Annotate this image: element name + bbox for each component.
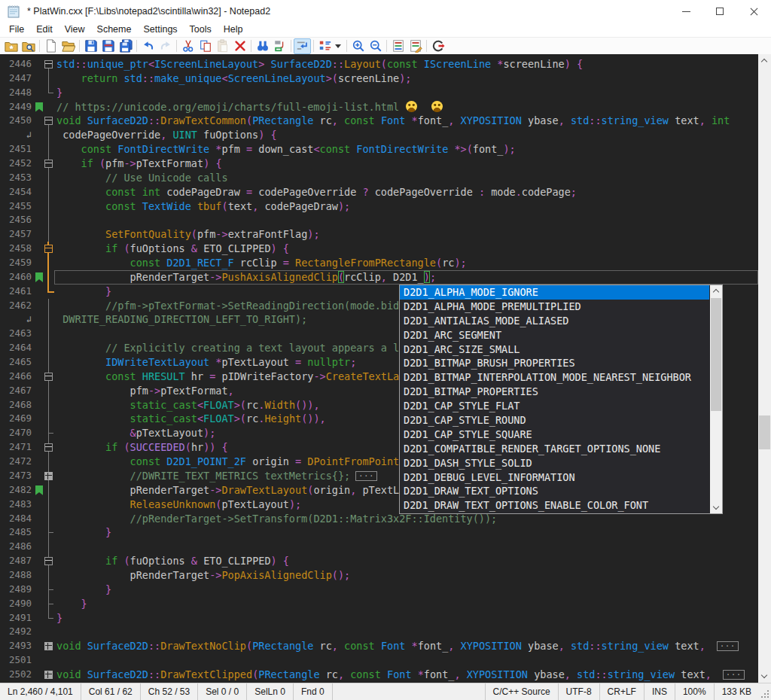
code-text[interactable]: pRenderTarget->PopAxisAlignedClip(); bbox=[54, 568, 758, 583]
autocomplete-item[interactable]: D2D1_ARC_SIZE_SMALL bbox=[400, 342, 709, 357]
code-text[interactable]: const TextWide tbuf(text, codePageDraw); bbox=[54, 199, 758, 214]
status-line-ending[interactable]: CR+LF bbox=[599, 683, 644, 700]
word-wrap-button[interactable] bbox=[294, 38, 311, 54]
save-button[interactable] bbox=[82, 38, 99, 54]
code-text[interactable]: // https://unicode.org/emoji/charts/full… bbox=[54, 100, 758, 114]
scroll-up-arrow-icon[interactable] bbox=[713, 289, 719, 295]
code-text[interactable]: return std::make_unique<ScreenLineLayout… bbox=[54, 72, 758, 86]
code-text[interactable]: } bbox=[54, 86, 758, 100]
code-text[interactable]: codePageOverride, UINT fuOptions) { bbox=[54, 128, 758, 142]
fold-toggle[interactable] bbox=[44, 242, 54, 256]
open-file-button[interactable] bbox=[59, 38, 77, 54]
bookmark-margin[interactable] bbox=[35, 568, 44, 583]
code-text[interactable]: // Use Unicode calls bbox=[54, 171, 758, 185]
bookmark-margin[interactable] bbox=[35, 540, 44, 554]
paste-button[interactable] bbox=[214, 38, 231, 54]
bookmark-margin[interactable] bbox=[35, 299, 44, 313]
find-button[interactable] bbox=[254, 38, 271, 54]
autocomplete-item[interactable]: D2D1_DASH_STYLE_SOLID bbox=[400, 456, 709, 470]
exit-button[interactable] bbox=[429, 38, 446, 54]
scrollbar-thumb[interactable] bbox=[711, 298, 721, 411]
code-text[interactable]: } bbox=[54, 611, 758, 625]
bookmark-margin[interactable] bbox=[35, 498, 44, 512]
fold-toggle[interactable] bbox=[44, 554, 54, 568]
menu-file[interactable]: File bbox=[3, 23, 30, 37]
code-text[interactable]: } bbox=[54, 583, 758, 597]
menu-view[interactable]: View bbox=[59, 23, 91, 37]
autocomplete-item[interactable]: D2D1_CAP_STYLE_ROUND bbox=[400, 413, 709, 428]
status-selection-lines[interactable]: SelLn 0 bbox=[247, 683, 294, 700]
bookmark-icon[interactable] bbox=[35, 100, 44, 114]
resize-grip[interactable] bbox=[759, 683, 771, 700]
copy-button[interactable] bbox=[197, 38, 214, 54]
bookmark-margin[interactable] bbox=[35, 128, 44, 142]
browse-favorites-button[interactable] bbox=[20, 38, 37, 54]
new-file-button[interactable] bbox=[42, 38, 59, 54]
bookmark-margin[interactable] bbox=[35, 583, 44, 597]
menu-tools[interactable]: Tools bbox=[184, 23, 218, 37]
scroll-down-arrow-icon[interactable] bbox=[713, 504, 719, 510]
code-text[interactable]: const int codePageDraw = codePageOverrid… bbox=[54, 185, 758, 199]
bookmark-margin[interactable] bbox=[35, 469, 44, 483]
fold-toggle[interactable] bbox=[44, 668, 54, 682]
code-text[interactable]: if (fuOptions & ETO_CLIPPED) { bbox=[54, 554, 758, 568]
bookmark-margin[interactable] bbox=[35, 639, 44, 653]
status-file-size[interactable]: 133 KB bbox=[714, 683, 759, 700]
bookmark-margin[interactable] bbox=[35, 426, 44, 440]
bookmark-margin[interactable] bbox=[35, 625, 44, 639]
scroll-down-arrow-icon[interactable] bbox=[761, 672, 767, 678]
bookmark-margin[interactable] bbox=[35, 157, 44, 171]
fold-toggle[interactable] bbox=[44, 440, 54, 455]
autocomplete-item[interactable]: D2D1_ALPHA_MODE_PREMULTIPLIED bbox=[400, 300, 709, 314]
zoom-in-button[interactable] bbox=[349, 38, 367, 54]
bookmark-margin[interactable] bbox=[35, 312, 44, 327]
status-line[interactable]: Ln 2,460 / 4,101 bbox=[0, 683, 81, 700]
code-text[interactable]: if (fuOptions & ETO_CLIPPED) { bbox=[54, 242, 758, 256]
bookmark-margin[interactable] bbox=[35, 86, 44, 100]
notepad2-icon[interactable] bbox=[6, 4, 21, 19]
autocomplete-item[interactable]: D2D1_DRAW_TEXT_OPTIONS_ENABLE_COLOR_FONT bbox=[400, 498, 709, 513]
bookmark-margin[interactable] bbox=[35, 597, 44, 611]
customize-scheme-button[interactable] bbox=[407, 38, 424, 54]
minimize-button[interactable] bbox=[669, 0, 703, 23]
save-copy-button[interactable] bbox=[117, 38, 134, 54]
autocomplete-item[interactable]: D2D1_ARC_SEGMENT bbox=[400, 328, 709, 342]
bookmark-margin[interactable] bbox=[35, 440, 44, 455]
status-column[interactable]: Col 61 / 62 bbox=[81, 683, 141, 700]
fold-toggle[interactable] bbox=[44, 370, 54, 384]
bookmark-margin[interactable] bbox=[35, 227, 44, 242]
undo-button[interactable] bbox=[139, 38, 157, 54]
bookmark-margin[interactable] bbox=[35, 554, 44, 568]
replace-button[interactable] bbox=[271, 38, 288, 54]
status-find-count[interactable]: Fnd 0 bbox=[294, 683, 333, 700]
status-syntax-scheme[interactable]: C/C++ Source bbox=[485, 683, 558, 700]
bookmark-margin[interactable] bbox=[35, 185, 44, 199]
cut-button[interactable] bbox=[179, 38, 197, 54]
autocomplete-item[interactable]: D2D1_ALPHA_MODE_IGNORE bbox=[400, 285, 709, 300]
bookmark-margin[interactable] bbox=[35, 327, 44, 341]
scroll-up-arrow-icon[interactable] bbox=[761, 59, 767, 65]
fold-toggle[interactable] bbox=[44, 57, 54, 72]
view-scheme-button[interactable] bbox=[389, 38, 407, 54]
bookmark-margin[interactable] bbox=[35, 199, 44, 214]
bookmark-margin[interactable] bbox=[35, 398, 44, 412]
status-insert-mode[interactable]: INS bbox=[644, 683, 675, 700]
menu-help[interactable]: Help bbox=[218, 23, 249, 37]
code-text[interactable]: void SurfaceD2D::DrawTextCommon(PRectang… bbox=[54, 114, 758, 128]
bookmark-margin[interactable] bbox=[35, 114, 44, 128]
autocomplete-scrollbar[interactable] bbox=[710, 285, 722, 513]
status-encoding[interactable]: UTF-8 bbox=[558, 683, 599, 700]
bookmark-margin[interactable] bbox=[35, 72, 44, 86]
code-text[interactable]: const FontDirectWrite *pfm = down_cast<c… bbox=[54, 142, 758, 157]
autocomplete-item[interactable]: D2D1_ANTIALIAS_MODE_ALIASED bbox=[400, 314, 709, 328]
fold-toggle[interactable] bbox=[44, 639, 54, 653]
code-text[interactable]: } bbox=[54, 597, 758, 611]
code-text[interactable]: } bbox=[54, 525, 758, 540]
chevron-down-icon[interactable] bbox=[335, 44, 341, 48]
code-text[interactable] bbox=[54, 213, 758, 227]
save-as-button[interactable] bbox=[99, 38, 117, 54]
editor-vertical-scrollbar[interactable] bbox=[758, 54, 771, 683]
code-text[interactable] bbox=[54, 625, 758, 639]
fold-toggle[interactable] bbox=[44, 469, 54, 483]
autocomplete-item[interactable]: D2D1_CAP_STYLE_FLAT bbox=[400, 399, 709, 413]
